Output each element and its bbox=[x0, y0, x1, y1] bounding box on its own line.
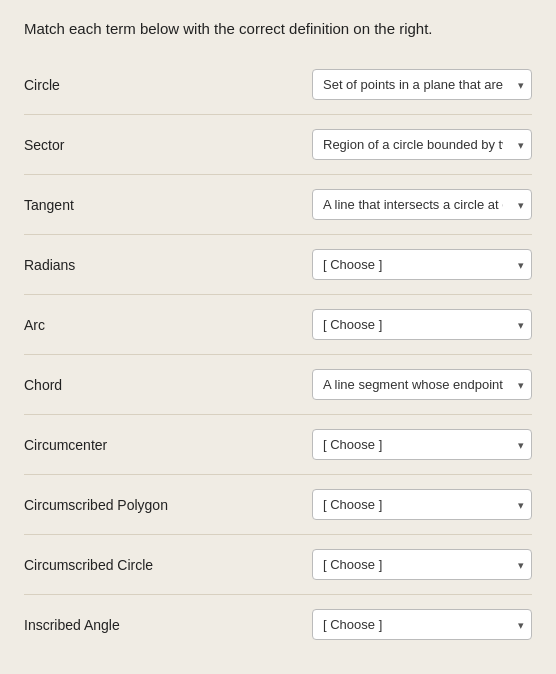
dropdown-chord[interactable]: [ Choose ]Set of points in a plane that … bbox=[312, 369, 532, 400]
dropdown-wrapper-circumcenter: [ Choose ]Set of points in a plane that … bbox=[312, 429, 532, 460]
dropdown-circumcenter[interactable]: [ Choose ]Set of points in a plane that … bbox=[312, 429, 532, 460]
term-label-sector: Sector bbox=[24, 137, 164, 153]
dropdown-radians[interactable]: [ Choose ]Set of points in a plane that … bbox=[312, 249, 532, 280]
dropdown-circumscribed-circle[interactable]: [ Choose ]Set of points in a plane that … bbox=[312, 549, 532, 580]
dropdown-wrapper-sector: [ Choose ]Set of points in a plane that … bbox=[312, 129, 532, 160]
dropdown-wrapper-circumscribed-polygon: [ Choose ]Set of points in a plane that … bbox=[312, 489, 532, 520]
dropdown-wrapper-circumscribed-circle: [ Choose ]Set of points in a plane that … bbox=[312, 549, 532, 580]
match-row-chord: Chord[ Choose ]Set of points in a plane … bbox=[24, 355, 532, 415]
term-label-circumscribed-polygon: Circumscribed Polygon bbox=[24, 497, 168, 513]
dropdown-wrapper-radians: [ Choose ]Set of points in a plane that … bbox=[312, 249, 532, 280]
dropdown-inscribed-angle[interactable]: [ Choose ]Set of points in a plane that … bbox=[312, 609, 532, 640]
match-row-circumscribed-polygon: Circumscribed Polygon[ Choose ]Set of po… bbox=[24, 475, 532, 535]
term-label-arc: Arc bbox=[24, 317, 164, 333]
dropdown-arc[interactable]: [ Choose ]Set of points in a plane that … bbox=[312, 309, 532, 340]
dropdown-sector[interactable]: [ Choose ]Set of points in a plane that … bbox=[312, 129, 532, 160]
match-row-arc: Arc[ Choose ]Set of points in a plane th… bbox=[24, 295, 532, 355]
term-label-chord: Chord bbox=[24, 377, 164, 393]
match-container: Circle[ Choose ]Set of points in a plane… bbox=[24, 55, 532, 654]
dropdown-wrapper-arc: [ Choose ]Set of points in a plane that … bbox=[312, 309, 532, 340]
term-label-circumcenter: Circumcenter bbox=[24, 437, 164, 453]
dropdown-wrapper-tangent: [ Choose ]Set of points in a plane that … bbox=[312, 189, 532, 220]
dropdown-wrapper-circle: [ Choose ]Set of points in a plane that … bbox=[312, 69, 532, 100]
term-label-radians: Radians bbox=[24, 257, 164, 273]
term-label-tangent: Tangent bbox=[24, 197, 164, 213]
term-label-circle: Circle bbox=[24, 77, 164, 93]
dropdown-wrapper-inscribed-angle: [ Choose ]Set of points in a plane that … bbox=[312, 609, 532, 640]
match-row-inscribed-angle: Inscribed Angle[ Choose ]Set of points i… bbox=[24, 595, 532, 654]
term-label-circumscribed-circle: Circumscribed Circle bbox=[24, 557, 164, 573]
dropdown-wrapper-chord: [ Choose ]Set of points in a plane that … bbox=[312, 369, 532, 400]
match-row-sector: Sector[ Choose ]Set of points in a plane… bbox=[24, 115, 532, 175]
match-row-radians: Radians[ Choose ]Set of points in a plan… bbox=[24, 235, 532, 295]
match-row-circumscribed-circle: Circumscribed Circle[ Choose ]Set of poi… bbox=[24, 535, 532, 595]
match-row-circle: Circle[ Choose ]Set of points in a plane… bbox=[24, 55, 532, 115]
dropdown-tangent[interactable]: [ Choose ]Set of points in a plane that … bbox=[312, 189, 532, 220]
match-row-circumcenter: Circumcenter[ Choose ]Set of points in a… bbox=[24, 415, 532, 475]
dropdown-circle[interactable]: [ Choose ]Set of points in a plane that … bbox=[312, 69, 532, 100]
match-row-tangent: Tangent[ Choose ]Set of points in a plan… bbox=[24, 175, 532, 235]
term-label-inscribed-angle: Inscribed Angle bbox=[24, 617, 164, 633]
dropdown-circumscribed-polygon[interactable]: [ Choose ]Set of points in a plane that … bbox=[312, 489, 532, 520]
page-title: Match each term below with the correct d… bbox=[24, 20, 532, 37]
